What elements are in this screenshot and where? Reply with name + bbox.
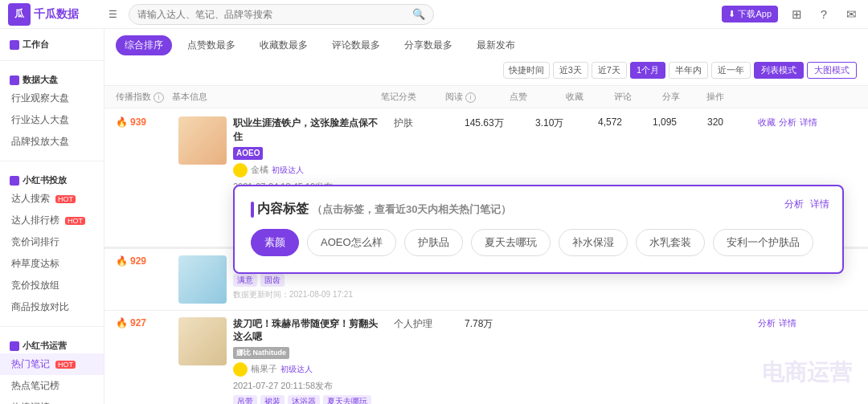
filter-bar: 综合排序 点赞数最多 收藏数最多 评论数最多 分享数最多 最新发布 快捷时间 近… [104, 29, 868, 86]
note-1-read: 145.63万 [465, 116, 529, 130]
note-3-level: 初级达人 [280, 364, 313, 375]
note-3-tag-3[interactable]: 沐浴器 [288, 395, 320, 404]
note-1-like: 3.10万 [535, 116, 592, 130]
propagate-info-icon[interactable]: i [154, 92, 164, 103]
th-like: 点赞 [510, 91, 566, 103]
popup-tag-3[interactable]: 护肤品 [404, 229, 463, 256]
note-1-collect-btn[interactable]: 收藏 [758, 116, 776, 129]
sidebar-item-bid-group[interactable]: 竞价投放组 [0, 275, 104, 296]
popup-tag-7[interactable]: 安利一个护肤品 [713, 229, 813, 256]
operate-label: 小红书运营 [23, 340, 67, 352]
th-category: 笔记分类 [381, 91, 445, 103]
filter-tab-collects[interactable]: 收藏数最多 [251, 35, 317, 55]
note-3-author: 楠果子 [251, 363, 277, 375]
popup-detail-link[interactable]: 详情 [810, 198, 829, 211]
note-1-detail-btn[interactable]: 详情 [800, 116, 817, 129]
filter-tab-comprehensive[interactable]: 综合排序 [116, 35, 172, 55]
sidebar-item-product-compare[interactable]: 商品投放对比 [0, 296, 104, 318]
nav-right: ⬇ 下载App ⊞ ? ✉ [722, 6, 860, 23]
note-1-thumbnail [178, 116, 227, 165]
view-grid-btn[interactable]: 大图模式 [807, 62, 857, 79]
filter-tab-newest[interactable]: 最新发布 [468, 35, 524, 55]
th-basic: 基本信息 [172, 91, 381, 103]
time-btn-1month[interactable]: 1个月 [630, 62, 665, 79]
top-nav: 瓜 千瓜数据 ☰ 🔍 ⬇ 下载App ⊞ ? ✉ [0, 0, 868, 29]
filter-tab-shares[interactable]: 分享数最多 [395, 35, 461, 55]
note-1-level: 初级达人 [272, 165, 304, 176]
time-btn-halfyear[interactable]: 半年内 [669, 62, 708, 79]
note-3-analyze-btn[interactable]: 分析 [758, 317, 776, 329]
datapanel-icon [10, 75, 19, 85]
note-3-propagate: 🔥 927 [116, 317, 172, 329]
popup-analyze-link[interactable]: 分析 [784, 198, 804, 211]
th-action: 操作 [706, 91, 787, 103]
layout: 工作台 数据大盘 行业观察大盘 行业达人大盘 品牌投放大盘 小红书投放 达人搜索… [0, 29, 868, 404]
popup-tag-6[interactable]: 水乳套装 [636, 229, 705, 256]
sidebar-item-hot-notes[interactable]: 热门笔记 HOT [0, 353, 104, 375]
sidebar-item-hot-notes-rank[interactable]: 热点笔记榜 [0, 375, 104, 397]
menu-icon[interactable]: ☰ [103, 5, 122, 24]
sidebar-item-grass-standard[interactable]: 种草度达标 [0, 253, 104, 275]
note-2-tag-6[interactable]: 固齿 [260, 274, 285, 287]
note-1-analyze-btn[interactable]: 分析 [779, 116, 796, 129]
note-3-title: 拔刀吧！珠赫吊带随便穿！剪翻头这么嗯 娜比 Nathitude [233, 317, 386, 359]
question-icon[interactable]: ? [815, 6, 833, 23]
sidebar-item-brand-launch[interactable]: 品牌投放大盘 [0, 131, 104, 153]
note-1-collect: 4,572 [598, 116, 646, 128]
note-3-read: 7.78万 [465, 317, 529, 331]
workbench-label: 工作台 [23, 39, 49, 51]
sidebar-item-kol-rank[interactable]: 达人排行榜 HOT [0, 210, 104, 231]
search-icon[interactable]: 🔍 [412, 8, 425, 20]
note-1-title: 职业生涯渣铁户，这张脸差点保不住 AOEO [233, 116, 386, 160]
logo-text: 千瓜数据 [34, 7, 79, 22]
logo: 瓜 千瓜数据 [8, 3, 96, 26]
note-3-tag-4[interactable]: 夏天去哪玩 [323, 395, 371, 404]
table-header: 传播指数 i 基本信息 笔记分类 阅读 i 点赞 收藏 评论 分享 操作 [104, 86, 868, 108]
view-list-btn[interactable]: 列表模式 [754, 62, 804, 79]
time-btn-7days[interactable]: 近7天 [592, 62, 627, 79]
note-2-tag-5[interactable]: 满意 [233, 274, 257, 287]
read-info-icon[interactable]: i [465, 92, 476, 103]
download-icon: ⬇ [728, 9, 735, 19]
hot-badge-1: HOT [55, 195, 76, 203]
sidebar-group-operate: 小红书运营 [0, 335, 104, 353]
note-1-propagate-value: 939 [130, 116, 146, 128]
note-3-detail-btn[interactable]: 详情 [779, 317, 796, 329]
time-quick-select[interactable]: 快捷时间 [503, 62, 550, 79]
tag-popup-subtitle: （点击标签，查看近30天内相关热门笔记） [312, 202, 511, 217]
time-filter: 快捷时间 近3天 近7天 1个月 半年内 近一年 列表模式 大图模式 [503, 62, 857, 79]
search-input[interactable] [137, 9, 412, 20]
operate-icon [10, 341, 19, 351]
note-3-tag-2[interactable]: 裙装 [260, 395, 285, 404]
note-row-3: 🔥 927 拔刀吧！珠赫吊带随便穿！剪翻头这么嗯 娜比 Nathitude 楠果… [104, 311, 868, 404]
time-btn-3days[interactable]: 近3天 [553, 62, 588, 79]
note-3-actions: 分析 详情 [758, 317, 838, 329]
divider-2 [0, 161, 104, 161]
filter-tab-likes[interactable]: 点赞数最多 [178, 35, 244, 55]
time-btn-1year[interactable]: 近一年 [711, 62, 751, 79]
title-bar [251, 202, 254, 218]
download-button[interactable]: ⬇ 下载App [722, 6, 778, 22]
filter-tab-comments[interactable]: 评论数最多 [323, 35, 389, 55]
mail-icon[interactable]: ✉ [842, 6, 860, 23]
note-1-actions: 收藏 分析 详情 [758, 116, 838, 129]
sidebar-item-kol-search[interactable]: 达人搜索 HOT [0, 188, 104, 210]
popup-tag-5[interactable]: 补水保湿 [559, 229, 628, 256]
sidebar-item-hot-search-rank[interactable]: 热搜词榜 [0, 397, 104, 404]
popup-tag-2[interactable]: AOEO怎么样 [307, 229, 396, 256]
sidebar-item-bid-rank[interactable]: 竞价词排行 [0, 231, 104, 253]
popup-tag-4[interactable]: 夏天去哪玩 [471, 229, 551, 256]
th-propagate: 传播指数 i [116, 91, 172, 103]
th-collect: 收藏 [566, 91, 614, 103]
fire-icon-1: 🔥 [116, 116, 128, 128]
sidebar-item-industry-overview[interactable]: 行业观察大盘 [0, 88, 104, 109]
sidebar-item-industry-kol[interactable]: 行业达人大盘 [0, 109, 104, 131]
fire-icon-2: 🔥 [116, 255, 128, 267]
popup-tag-1[interactable]: 素颜 [251, 229, 299, 256]
note-3-tag-1[interactable]: 吊带 [233, 395, 257, 404]
hot-badge-3: HOT [55, 361, 76, 369]
sidebar-section-launch: 小红书投放 达人搜索 HOT 达人排行榜 HOT 竞价词排行 种草度达标 竞价投… [0, 165, 104, 323]
grid-icon[interactable]: ⊞ [788, 6, 805, 23]
tag-popup-tags: 素颜 AOEO怎么样 护肤品 夏天去哪玩 补水保湿 水乳套装 安利一个护肤品 [251, 229, 826, 256]
sidebar-section-operate: 小红书运营 热门笔记 HOT 热点笔记榜 热搜词榜 热门话题 热门好物 笔记发布… [0, 330, 104, 404]
